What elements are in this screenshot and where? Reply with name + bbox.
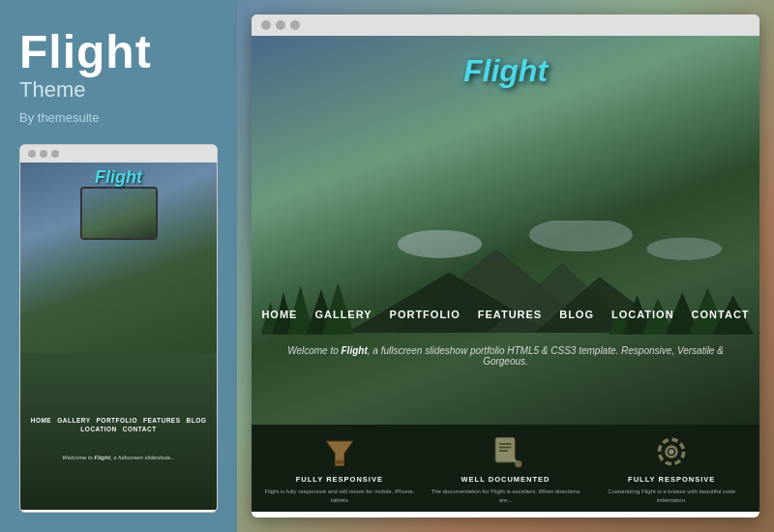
main-area: Flight HOME GALLERY PORTFOLIO FEATURES B… [237, 0, 774, 532]
gear-icon [652, 432, 691, 471]
mini-flight-tablet [80, 187, 158, 240]
nav-blog[interactable]: BLOG [559, 309, 594, 320]
svg-rect-21 [498, 443, 511, 445]
svg-rect-23 [498, 450, 507, 452]
svg-rect-19 [335, 460, 343, 464]
mini-browser-content: Flight HOME GALLERY PORTFOLIO FEATURES B… [20, 163, 217, 510]
svg-point-4 [398, 229, 482, 257]
svg-point-6 [646, 237, 722, 259]
mini-flight-nav: HOME GALLERY PORTFOLIO FEATURES BLOG LOC… [20, 417, 217, 432]
mini-nav-blog: BLOG [187, 417, 207, 424]
responsive-icon [320, 432, 359, 471]
feature-responsive-title: FULLY RESPONSIVE [296, 475, 383, 484]
main-browser-titlebar [252, 15, 759, 36]
feature-responsive-desc: Flight is fully responsive and will resi… [261, 488, 418, 504]
nav-contact[interactable]: CONTACT [692, 309, 750, 320]
flight-features: FULLY RESPONSIVE Flight is fully respons… [252, 425, 759, 512]
main-dot-2 [276, 20, 285, 30]
feature-documented-title: WELL DOCUMENTED [461, 475, 551, 484]
mini-dot-2 [40, 150, 47, 158]
mini-dot-1 [28, 150, 36, 158]
svg-rect-22 [498, 447, 511, 449]
mini-flight-site: Flight HOME GALLERY PORTFOLIO FEATURES B… [20, 163, 217, 510]
svg-point-27 [669, 450, 673, 455]
feature-documented: WELL DOCUMENTED The documentation for Fl… [428, 432, 584, 504]
feature-customizable-desc: Customizing Flight is a breeze with beau… [593, 488, 750, 504]
nav-gallery[interactable]: GALLERY [314, 309, 372, 320]
mini-nav-gallery: GALLERY [57, 417, 90, 424]
mini-nav-home: HOME [31, 417, 52, 424]
flight-logo-main: Flight [463, 53, 548, 89]
nav-portfolio[interactable]: PORTFOLIO [390, 309, 461, 320]
nav-location[interactable]: LOCATION [611, 309, 674, 320]
flight-site: Flight HOME GALLERY PORTFOLIO FEATURES B… [252, 36, 759, 512]
nav-features[interactable]: FEATURES [478, 309, 542, 320]
svg-point-24 [515, 460, 521, 467]
mini-nav-portfolio: PORTFOLIO [97, 417, 137, 424]
sidebar: Flight Theme By themesuite Flight HOME G… [0, 0, 237, 532]
document-icon [487, 432, 525, 471]
mini-nav-contact: CONTACT [123, 426, 157, 432]
main-browser: Flight HOME GALLERY PORTFOLIO FEATURES B… [252, 15, 759, 517]
feature-documented-desc: The documentation for Flight is excellen… [428, 488, 584, 504]
mini-nav-features: FEATURES [143, 417, 181, 424]
sidebar-author: By themesuite [19, 110, 218, 125]
mini-flight-tablet-screen [82, 189, 156, 238]
sidebar-title: Flight [19, 29, 218, 75]
sidebar-subtitle: Theme [19, 77, 218, 103]
mini-nav-location: LOCATION [80, 426, 116, 432]
feature-responsive: FULLY RESPONSIVE Flight is fully respons… [261, 432, 418, 504]
main-browser-content: Flight HOME GALLERY PORTFOLIO FEATURES B… [252, 36, 759, 512]
mini-flight-tagline: Welcome to Flight, a fullscreen slidesho… [20, 454, 217, 461]
feature-customizable: FULLY RESPONSIVE Customizing Flight is a… [593, 432, 750, 504]
feature-customizable-title: FULLY RESPONSIVE [628, 475, 715, 484]
nav-home[interactable]: HOME [261, 309, 297, 320]
mini-browser-preview: Flight HOME GALLERY PORTFOLIO FEATURES B… [19, 144, 218, 513]
mini-dot-3 [51, 150, 59, 158]
main-dot-3 [290, 20, 300, 30]
mini-browser-titlebar [20, 145, 217, 163]
flight-nav-main: HOME GALLERY PORTFOLIO FEATURES BLOG LOC… [252, 301, 759, 328]
flight-hero: Flight HOME GALLERY PORTFOLIO FEATURES B… [252, 36, 759, 425]
main-dot-1 [261, 20, 271, 30]
flight-tagline-main: Welcome to Flight, a fullscreen slidesho… [252, 345, 759, 367]
svg-point-5 [529, 221, 633, 251]
mini-flight-logo: Flight [95, 167, 142, 188]
